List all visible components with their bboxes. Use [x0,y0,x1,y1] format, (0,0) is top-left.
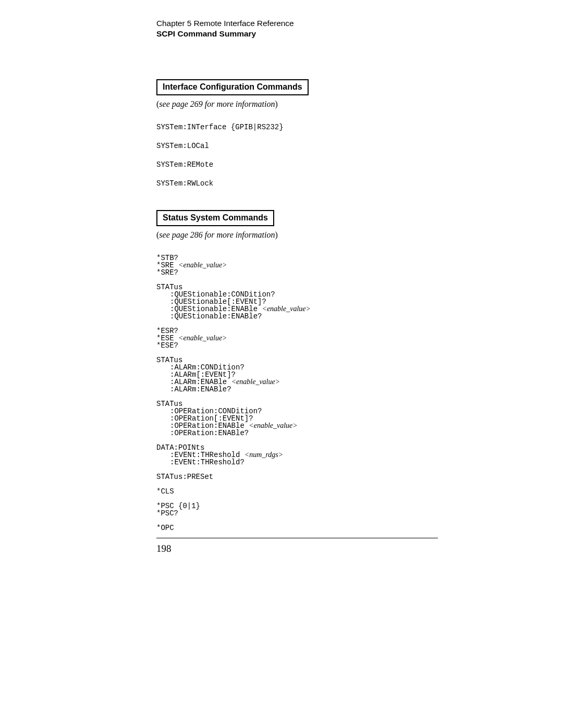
command-line: *PSC? [156,510,438,517]
see-note: (see page 286 for more information) [156,230,438,240]
command-line: SYSTem:INTerface {GPIB|RS232} [156,124,438,131]
section: Interface Configuration Commands(see pag… [156,79,438,187]
command-line: :ALARm:ENABle? [156,386,438,393]
footer-rule [156,538,438,538]
section-title: Status System Commands [156,210,274,226]
command-line: :ALARm:ENABle <enable_value> [156,378,438,386]
command-line: :QUEStionable:ENABle <enable_value> [156,305,438,313]
command-line: :ALARm:CONDition? [156,364,438,371]
page-number: 198 [156,543,172,554]
command-line: *ESR? [156,327,438,335]
command-line: :EVENt:THReshold <num_rdgs> [156,451,438,459]
command-line: *PSC {0|1} [156,502,438,510]
chapter-heading: Chapter 5 Remote Interface Reference [156,19,438,28]
command-line: :OPERation[:EVENt]? [156,415,438,422]
command-line: *ESE? [156,342,438,349]
see-note: (see page 269 for more information) [156,100,438,109]
command-line: :EVENt:THReshold? [156,459,438,466]
command-line: STATus:PRESet [156,473,438,480]
command-line: STATus [156,400,438,408]
section-title: Interface Configuration Commands [156,79,309,95]
command-block: SYSTem:INTerface {GPIB|RS232}SYSTem:LOCa… [156,124,438,187]
command-line: SYSTem:RWLock [156,180,438,187]
command-line: SYSTem:LOCal [156,142,438,150]
command-line: :QUEStionable[:EVENt]? [156,298,438,305]
command-line: *ESE <enable_value> [156,335,438,342]
command-line: :ALARm[:EVENt]? [156,371,438,378]
section-heading: SCPI Command Summary [156,29,438,39]
page: Chapter 5 Remote Interface Reference SCP… [156,19,438,532]
command-line: :QUEStionable:CONDition? [156,291,438,298]
section: Status System Commands(see page 286 for … [156,210,438,532]
command-line: STATus [156,283,438,291]
command-block: *STB?*SRE <enable_value>*SRE?STATus:QUES… [156,254,438,532]
command-line: SYSTem:REMote [156,161,438,168]
command-line: DATA:POINts [156,444,438,451]
command-line: *SRE? [156,269,438,276]
command-line: :OPERation:ENABle <enable_value> [156,422,438,429]
command-line: STATus [156,356,438,364]
command-line: *STB? [156,254,438,262]
command-line: *SRE <enable_value> [156,262,438,269]
command-line: :QUEStionable:ENABle? [156,313,438,320]
command-line: *OPC [156,524,438,532]
command-line: *CLS [156,488,438,495]
command-line: :OPERation:CONDition? [156,408,438,415]
command-line: :OPERation:ENABle? [156,429,438,437]
